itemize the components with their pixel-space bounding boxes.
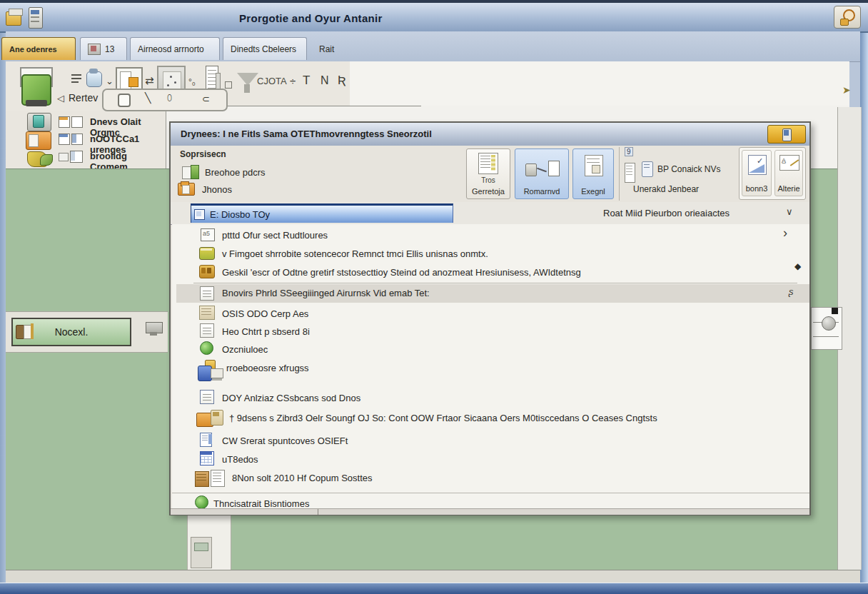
list-item[interactable]: uT8edos — [176, 451, 809, 468]
list-item[interactable]: Geskil 'escr of Odtne gretirf ststosectt… — [176, 264, 809, 281]
flower-icon — [24, 150, 54, 168]
tab-rait[interactable]: Rait — [311, 37, 354, 60]
list-item[interactable]: a5 ptttd Ofur sect Rudtloures › — [176, 227, 809, 244]
vertical-scroll-strip[interactable] — [187, 515, 231, 570]
tab-are-odenres[interactable]: Ane odenres — [1, 37, 76, 60]
program-list: a5 ptttd Ofur sect Rudtloures › v Fimgoe… — [172, 224, 809, 508]
status-strip — [6, 570, 860, 583]
help-search-button[interactable] — [834, 6, 861, 29]
s-mark-icon[interactable]: ʂ — [789, 286, 794, 297]
review-back-arrow[interactable]: ◁ — [57, 93, 64, 104]
list-item[interactable]: 8Non solt 2010 Hf Copum Sosttes — [176, 470, 809, 491]
list-item[interactable]: CW Srerat spuntcoves OSIEFt — [176, 433, 809, 450]
list-item-label: † 9dsens s Zibrd3 Oelr Soungf OJ So: Con… — [229, 413, 657, 423]
noted-button-label: Nocexl. — [13, 326, 130, 338]
ribbon-item-label: Jhonos — [202, 184, 232, 195]
left-panel-item-2[interactable]: nOOTCCa1 urenges — [59, 131, 166, 148]
small-circles-icon: °₀ — [188, 77, 196, 87]
group-badge: 9 — [625, 147, 633, 156]
gold-badge-icon — [199, 264, 215, 278]
contacts-icon — [642, 161, 655, 177]
ribbon-item-phones[interactable]: Jhonos — [176, 181, 319, 198]
dialog-titlebar[interactable]: Drynees: I ne Fitls Sama OTEThmovrenngte… — [171, 123, 809, 146]
form-icon — [585, 155, 603, 176]
scroll-thumb-icon[interactable] — [191, 537, 213, 568]
monitor-icon[interactable] — [146, 322, 164, 338]
cjota-label[interactable]: CJOTA — [257, 76, 287, 86]
list-item-label: Geskil 'escr of Odtne gretirf ststosectt… — [222, 267, 581, 278]
list-item[interactable]: Ozcniuloec — [176, 341, 809, 358]
folder-badge-icon — [196, 410, 225, 428]
dots-icon — [163, 71, 180, 90]
titlebar[interactable]: Prorgotie and Oyur Antanir — [0, 3, 868, 33]
dialog-bottom-frame — [171, 508, 809, 515]
dialog-title: Drynees: I ne Fitls Sama OTEThmovrenngte… — [181, 129, 432, 139]
sheet-green-icon — [182, 165, 199, 179]
ribbon-button-romarnvd[interactable]: Romarnvd — [515, 148, 569, 199]
tan-grid-icon — [195, 470, 226, 487]
clipboard-icon — [88, 44, 101, 55]
pen-icon[interactable]: 𝟶 — [166, 92, 173, 104]
noted-band: Nocexl. — [6, 311, 168, 353]
list-item-highlighted[interactable]: Bnovirs Phrld SSeegiiinged Airurnsk Vid … — [176, 284, 809, 303]
jar-icon[interactable] — [86, 69, 102, 87]
list-separator — [193, 283, 797, 283]
review-label[interactable]: Rertev — [69, 92, 98, 104]
group-line1: BP Conaick NVs — [657, 164, 720, 174]
cup-icon[interactable]: ⊂ — [202, 94, 210, 104]
backslash-icon[interactable]: ╲ — [145, 92, 151, 104]
sort-mode-label[interactable]: Roat Miid Pieurbon orieaiactes — [603, 208, 730, 218]
divide-button[interactable]: ÷ — [290, 75, 296, 87]
green-circle-icon — [195, 495, 208, 509]
n-button[interactable]: N — [321, 74, 329, 87]
list-item-label: Heo Chtrt p sbserd 8i — [222, 326, 310, 337]
left-panel-item-1[interactable]: Dnevs Olait Orgmc — [59, 114, 166, 131]
left-panel-item-3[interactable]: broolidg Cromem — [59, 148, 166, 166]
black-corner-icon — [832, 308, 839, 315]
diamond-icon[interactable]: ◆ — [794, 261, 801, 271]
noted-button[interactable]: Nocexl. — [11, 318, 131, 346]
knob-widget[interactable] — [811, 307, 842, 350]
list-item[interactable]: † 9dsens s Zibrd3 Oelr Soungf OJ So: Con… — [176, 410, 809, 431]
left-panel: Dnevs Olait Orgmc nOOTCCa1 urenges brool… — [6, 111, 166, 169]
corner-arrow-icon[interactable]: ➤ — [842, 84, 851, 96]
printer-icon[interactable] — [19, 66, 56, 110]
ribbon-button-alterie[interactable]: A̲ Alterie — [774, 150, 803, 196]
magnifier-icon — [840, 9, 856, 25]
list-item-label: rroeboeosre xfrugss — [226, 363, 309, 373]
ribbon-button-gerretoja[interactable]: Tros Gerretoja — [466, 148, 510, 199]
ribbon-divider — [619, 147, 620, 201]
list-item-label: Bnovirs Phrld SSeegiiinged Airurnsk Vid … — [222, 288, 430, 298]
tab-dinedts[interactable]: Dinedts Cbeleers — [223, 37, 307, 60]
list-item[interactable]: Heo Chtrt p sbserd 8i — [176, 323, 809, 341]
list-separator — [172, 493, 809, 493]
tab-label: 13 — [105, 44, 114, 54]
rounded-square-icon[interactable] — [118, 94, 129, 106]
dialog-help-button[interactable] — [767, 125, 806, 144]
ribbon-button-caption: Alterie — [775, 184, 802, 193]
list-item-label: uT8edos — [222, 454, 258, 465]
list-item[interactable]: rroeboeosre xfrugss — [176, 360, 809, 387]
folder-orange-icon — [178, 181, 196, 196]
chevron-down-icon[interactable]: ∨ — [786, 206, 793, 217]
ribbon-button-bonn3[interactable]: ✓ bonn3 — [742, 150, 772, 196]
expand-arrow-icon[interactable]: › — [783, 226, 787, 241]
ribbon-group-unerakd[interactable]: 9 BP Conaick NVs Unerakd Jenbear — [622, 146, 736, 201]
list-icon[interactable] — [71, 74, 83, 84]
replace-button[interactable]: Ʀ — [338, 74, 345, 88]
tab-airneosd[interactable]: Airneosd arrnorto — [130, 37, 220, 60]
ribbon-item-browse[interactable]: Breohoe pdcrs — [181, 164, 323, 180]
blue-grid-icon — [200, 451, 214, 465]
tab-icon-13[interactable]: 13 — [80, 37, 127, 60]
tab-label: Airneosd arrnorto — [138, 44, 204, 54]
selected-drive-combo[interactable]: E: Diosbo TOy — [191, 203, 453, 223]
list-item[interactable]: v Fimgoet shrrobite sotencecor Remnct tm… — [176, 246, 809, 263]
list-item[interactable]: OSIS ODO Cerp Aes — [176, 306, 809, 323]
knob-icon[interactable] — [822, 316, 836, 331]
checked-sheet-icon: ✓ — [748, 155, 767, 175]
text-button[interactable]: T — [303, 74, 310, 88]
swap-arrows-icon: ⇄ — [145, 74, 154, 87]
list-item-label: OSIS ODO Cerp Aes — [222, 308, 308, 319]
ribbon-button-exegnl[interactable]: Exegnl — [572, 148, 614, 199]
list-item[interactable]: DOY Anlziaz CSsbcans sod Dnos — [176, 390, 809, 407]
